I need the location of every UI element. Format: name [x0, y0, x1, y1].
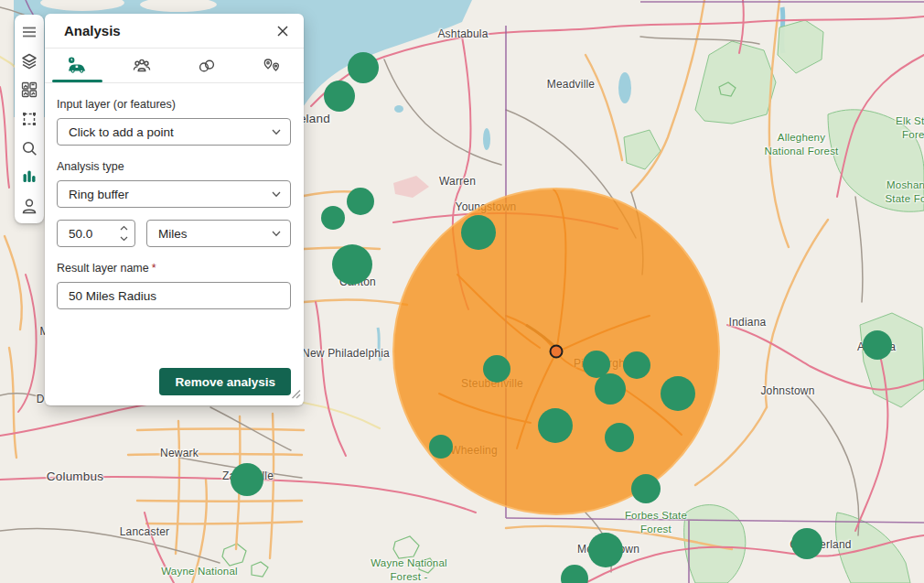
analysis-type-label-text: Analysis type	[57, 160, 124, 173]
tab-link[interactable]	[175, 49, 240, 82]
distance-value: 50.0	[69, 227, 92, 241]
feature-dot[interactable]	[605, 423, 634, 452]
app: AshtabulaMeadvilleClevelandWarrenYoungst…	[0, 0, 924, 583]
charts-icon[interactable]	[20, 167, 38, 186]
result-layer-value: 50 Miles Radius	[69, 289, 156, 303]
basemap-gallery-icon[interactable]	[20, 81, 38, 99]
feature-dot[interactable]	[863, 330, 892, 360]
toolbar-sidebar	[15, 15, 44, 223]
analysis-type-value: Ring buffer	[69, 188, 129, 201]
input-layer-label: Input layer (or features)	[57, 98, 291, 111]
people-group-icon	[131, 56, 153, 76]
link-chain-icon	[196, 56, 218, 76]
analysis-type-select[interactable]: Ring buffer	[57, 180, 291, 208]
distance-input[interactable]: 50.0	[57, 220, 135, 247]
analysis-tabs	[45, 49, 304, 83]
tab-pins[interactable]	[239, 49, 304, 82]
stepper-down-button[interactable]	[116, 233, 131, 243]
input-layer-value: Click to add a point	[69, 125, 174, 139]
stepper-up-button[interactable]	[116, 223, 131, 233]
distance-stepper	[116, 223, 131, 243]
feature-dot[interactable]	[631, 474, 661, 503]
resize-grip-icon	[291, 389, 301, 399]
analysis-panel: Analysis	[45, 14, 304, 405]
distance-row: 50.0 Miles	[57, 220, 291, 247]
feature-dot[interactable]	[324, 81, 355, 112]
search-icon[interactable]	[20, 139, 38, 157]
layers-icon[interactable]	[20, 52, 38, 70]
result-layer-input[interactable]: 50 Miles Radius	[57, 282, 291, 309]
chevron-down-icon	[120, 235, 128, 242]
extent-select-icon[interactable]	[20, 110, 38, 128]
panel-footer: Remove analysis	[159, 368, 291, 395]
feature-dot[interactable]	[595, 373, 626, 405]
feature-dot[interactable]	[588, 533, 623, 567]
panel-header: Analysis	[45, 14, 304, 49]
feature-dot[interactable]	[483, 355, 510, 383]
result-layer-label-text: Result layer name	[57, 262, 149, 275]
units-value: Miles	[158, 227, 188, 241]
chevron-down-icon	[271, 189, 282, 200]
panel-body: Input layer (or features) Click to add a…	[45, 83, 304, 309]
chevron-down-icon	[271, 126, 282, 137]
required-asterisk: *	[152, 262, 156, 275]
feature-dot[interactable]	[332, 244, 372, 285]
feature-dot[interactable]	[538, 408, 573, 443]
feature-dot[interactable]	[231, 463, 263, 496]
feature-dot[interactable]	[347, 188, 374, 215]
input-layer-label-text: Input layer (or features)	[57, 98, 176, 111]
tab-drive-time[interactable]	[45, 49, 110, 82]
feature-dot[interactable]	[561, 565, 588, 583]
units-select[interactable]: Miles	[146, 220, 291, 247]
feature-dot[interactable]	[791, 528, 822, 559]
chevron-up-icon	[120, 225, 128, 232]
chevron-down-icon	[271, 228, 282, 239]
panel-resize-handle[interactable]	[291, 386, 301, 403]
drive-time-car-icon	[66, 56, 88, 76]
feature-dot[interactable]	[321, 206, 345, 230]
remove-analysis-button[interactable]: Remove analysis	[159, 368, 291, 395]
feature-dot[interactable]	[348, 52, 379, 83]
result-layer-label: Result layer name*	[57, 262, 291, 275]
close-button[interactable]	[271, 19, 295, 43]
person-icon[interactable]	[20, 197, 38, 215]
close-icon	[276, 25, 289, 38]
menu-icon[interactable]	[20, 23, 38, 41]
feature-dot[interactable]	[461, 215, 496, 250]
input-layer-select[interactable]: Click to add a point	[57, 118, 291, 146]
feature-dot[interactable]	[623, 351, 650, 379]
feature-dot[interactable]	[429, 435, 453, 459]
feature-dot[interactable]	[661, 376, 695, 411]
panel-title: Analysis	[64, 23, 271, 38]
tab-people[interactable]	[110, 49, 175, 82]
analysis-type-label: Analysis type	[57, 160, 291, 173]
map-pins-icon	[261, 56, 283, 76]
